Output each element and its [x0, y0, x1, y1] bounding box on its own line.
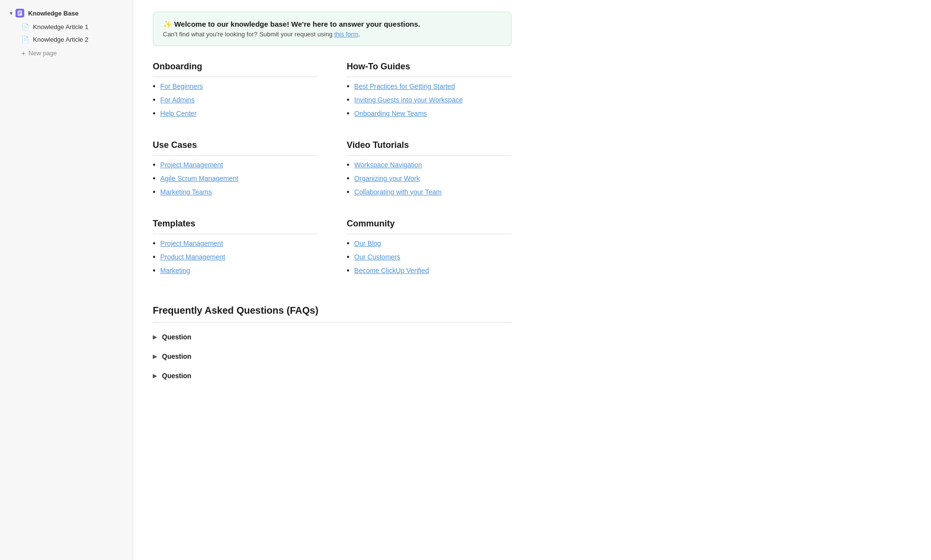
- sidebar-child-label-1: Knowledge Article 1: [33, 23, 88, 31]
- list-item: Product Management: [153, 253, 318, 261]
- section-video-tutorials-title: Video Tutorials: [347, 140, 512, 156]
- sidebar: ▼ Knowledge Base 📄 Knowledge Article 1 📄…: [0, 0, 133, 560]
- section-templates: Templates Project Management Product Man…: [153, 219, 318, 280]
- faq-title: Frequently Asked Questions (FAQs): [153, 305, 512, 322]
- faq-question-3: Question: [162, 372, 192, 380]
- section-onboarding: Onboarding For Beginners For Admins Help…: [153, 62, 318, 123]
- link-help-center[interactable]: Help Center: [161, 110, 197, 117]
- list-item: Project Management: [153, 160, 318, 169]
- list-item: Marketing: [153, 266, 318, 275]
- faq-item-1[interactable]: ▶ Question: [153, 327, 512, 347]
- this-form-link[interactable]: this form: [334, 31, 358, 38]
- list-item: Become ClickUp Verified: [347, 266, 512, 275]
- section-community-title: Community: [347, 219, 512, 234]
- section-use-cases-title: Use Cases: [153, 140, 318, 156]
- list-item: Our Blog: [347, 239, 512, 248]
- section-onboarding-title: Onboarding: [153, 62, 318, 77]
- list-item: Collaborating with your Team: [347, 188, 512, 196]
- section-community: Community Our Blog Our Customers Become …: [347, 219, 512, 280]
- svg-rect-2: [18, 13, 21, 13]
- sidebar-child-label-2: Knowledge Article 2: [33, 36, 88, 43]
- link-inviting-guests[interactable]: Inviting Guests into your Workspace: [354, 96, 463, 104]
- document-icon-1: 📄: [21, 23, 29, 31]
- list-item: Organizing your Work: [347, 174, 512, 183]
- link-project-mgmt[interactable]: Project Management: [161, 161, 223, 169]
- link-marketing-teams[interactable]: Marketing Teams: [161, 188, 212, 196]
- link-collaborating-team[interactable]: Collaborating with your Team: [354, 188, 442, 196]
- welcome-title-text: Welcome to our knowledge base! We're her…: [174, 20, 420, 28]
- section-templates-title: Templates: [153, 219, 318, 234]
- welcome-subtitle-before: Can't find what you're looking for? Subm…: [163, 31, 334, 38]
- faq-item-2[interactable]: ▶ Question: [153, 347, 512, 366]
- svg-rect-3: [18, 14, 20, 15]
- faq-section: Frequently Asked Questions (FAQs) ▶ Ques…: [153, 305, 512, 385]
- document-icon-2: 📄: [21, 36, 29, 43]
- sidebar-root-item[interactable]: ▼ Knowledge Base: [3, 6, 130, 20]
- link-product-mgmt[interactable]: Product Management: [161, 253, 225, 261]
- link-workspace-navigation[interactable]: Workspace Navigation: [354, 161, 422, 169]
- faq-arrow-icon-1: ▶: [153, 334, 157, 340]
- sidebar-root-label: Knowledge Base: [28, 10, 79, 17]
- plus-icon: +: [21, 49, 26, 57]
- section-templates-list: Project Management Product Management Ma…: [153, 239, 318, 275]
- link-marketing[interactable]: Marketing: [161, 267, 190, 274]
- faq-arrow-icon-3: ▶: [153, 372, 157, 379]
- list-item: Project Management: [153, 239, 318, 248]
- link-for-admins[interactable]: For Admins: [161, 96, 195, 104]
- link-clickup-verified[interactable]: Become ClickUp Verified: [354, 267, 429, 274]
- faq-question-2: Question: [162, 352, 192, 360]
- faq-question-1: Question: [162, 333, 192, 341]
- section-how-to-title: How-To Guides: [347, 62, 512, 77]
- section-video-tutorials-list: Workspace Navigation Organizing your Wor…: [347, 160, 512, 196]
- welcome-subtitle: Can't find what you're looking for? Subm…: [163, 31, 501, 38]
- list-item: For Beginners: [153, 82, 318, 91]
- new-page-label: New page: [29, 49, 57, 57]
- section-how-to-guides: How-To Guides Best Practices for Getting…: [347, 62, 512, 123]
- welcome-title: ✨ Welcome to our knowledge base! We're h…: [163, 20, 501, 29]
- sidebar-item-article-2[interactable]: 📄 Knowledge Article 2: [16, 33, 130, 46]
- knowledge-base-icon: [16, 9, 24, 17]
- link-our-customers[interactable]: Our Customers: [354, 253, 401, 261]
- section-how-to-list: Best Practices for Getting Started Invit…: [347, 82, 512, 118]
- faq-item-3[interactable]: ▶ Question: [153, 366, 512, 385]
- welcome-icon: ✨: [163, 20, 172, 28]
- section-use-cases: Use Cases Project Management Agile Scrum…: [153, 140, 318, 201]
- new-page-button[interactable]: + New page: [16, 47, 130, 60]
- link-agile-scrum[interactable]: Agile Scrum Management: [161, 175, 239, 182]
- welcome-subtitle-after: .: [358, 31, 360, 38]
- link-organizing-work[interactable]: Organizing your Work: [354, 175, 420, 182]
- sidebar-item-article-1[interactable]: 📄 Knowledge Article 1: [16, 21, 130, 33]
- list-item: Help Center: [153, 109, 318, 118]
- sidebar-children: 📄 Knowledge Article 1 📄 Knowledge Articl…: [14, 21, 133, 46]
- list-item: Onboarding New Teams: [347, 109, 512, 118]
- section-onboarding-list: For Beginners For Admins Help Center: [153, 82, 318, 118]
- section-use-cases-list: Project Management Agile Scrum Managemen…: [153, 160, 318, 196]
- link-template-project-mgmt[interactable]: Project Management: [161, 240, 223, 247]
- link-best-practices[interactable]: Best Practices for Getting Started: [354, 82, 455, 90]
- list-item: Marketing Teams: [153, 188, 318, 196]
- link-for-beginners[interactable]: For Beginners: [161, 82, 203, 90]
- main-content: ✨ Welcome to our knowledge base! We're h…: [133, 0, 931, 560]
- section-video-tutorials: Video Tutorials Workspace Navigation Org…: [347, 140, 512, 201]
- link-our-blog[interactable]: Our Blog: [354, 240, 381, 247]
- list-item: Workspace Navigation: [347, 160, 512, 169]
- list-item: Inviting Guests into your Workspace: [347, 96, 512, 104]
- faq-arrow-icon-2: ▶: [153, 353, 157, 360]
- welcome-banner: ✨ Welcome to our knowledge base! We're h…: [153, 12, 512, 46]
- list-item: For Admins: [153, 96, 318, 104]
- chevron-down-icon: ▼: [9, 11, 14, 16]
- svg-rect-1: [18, 12, 21, 12]
- list-item: Best Practices for Getting Started: [347, 82, 512, 91]
- link-onboarding-new-teams[interactable]: Onboarding New Teams: [354, 110, 427, 117]
- list-item: Agile Scrum Management: [153, 174, 318, 183]
- list-item: Our Customers: [347, 253, 512, 261]
- section-community-list: Our Blog Our Customers Become ClickUp Ve…: [347, 239, 512, 275]
- sections-grid: Onboarding For Beginners For Admins Help…: [153, 62, 512, 297]
